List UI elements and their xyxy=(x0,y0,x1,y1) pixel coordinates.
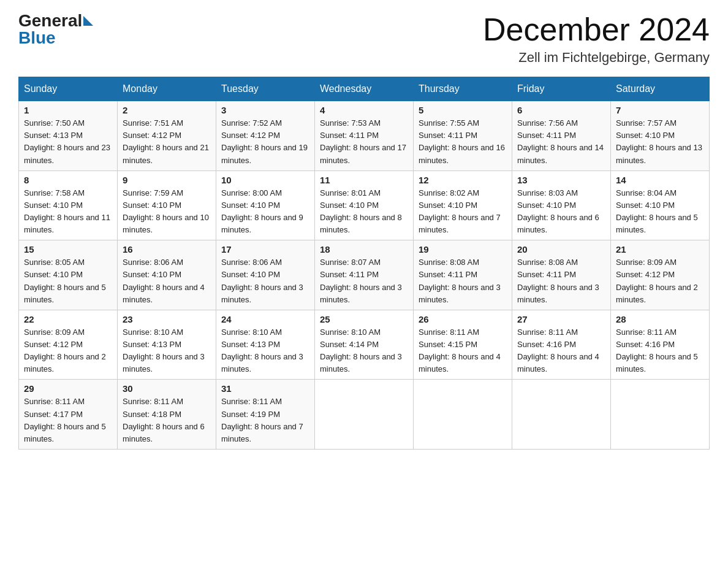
day-number: 27 xyxy=(517,314,605,324)
table-row: 21 Sunrise: 8:09 AMSunset: 4:12 PMDaylig… xyxy=(611,240,710,310)
day-number: 20 xyxy=(517,244,605,255)
day-number: 9 xyxy=(123,175,211,185)
day-number: 3 xyxy=(221,105,309,115)
calendar-week-row: 8 Sunrise: 7:58 AMSunset: 4:10 PMDayligh… xyxy=(19,170,710,240)
day-info: Sunrise: 7:59 AMSunset: 4:10 PMDaylight:… xyxy=(123,188,209,234)
day-number: 15 xyxy=(24,244,112,255)
col-wednesday: Wednesday xyxy=(315,77,414,101)
day-info: Sunrise: 8:09 AMSunset: 4:12 PMDaylight:… xyxy=(24,327,106,373)
day-info: Sunrise: 7:56 AMSunset: 4:11 PMDaylight:… xyxy=(517,118,604,164)
day-info: Sunrise: 8:08 AMSunset: 4:11 PMDaylight:… xyxy=(517,258,599,304)
day-info: Sunrise: 8:06 AMSunset: 4:10 PMDaylight:… xyxy=(221,258,303,304)
table-row: 1 Sunrise: 7:50 AMSunset: 4:13 PMDayligh… xyxy=(19,101,118,171)
table-row: 22 Sunrise: 8:09 AMSunset: 4:12 PMDaylig… xyxy=(19,310,118,380)
day-number: 10 xyxy=(221,175,309,185)
day-info: Sunrise: 8:11 AMSunset: 4:18 PMDaylight:… xyxy=(123,397,205,443)
table-row: 15 Sunrise: 8:05 AMSunset: 4:10 PMDaylig… xyxy=(19,240,118,310)
logo-blue-text: Blue xyxy=(18,28,56,48)
location-title: Zell im Fichtelgebirge, Germany xyxy=(483,50,710,66)
day-number: 8 xyxy=(24,175,112,185)
day-number: 19 xyxy=(419,244,507,255)
table-row: 26 Sunrise: 8:11 AMSunset: 4:15 PMDaylig… xyxy=(414,310,512,380)
table-row: 6 Sunrise: 7:56 AMSunset: 4:11 PMDayligh… xyxy=(512,101,611,171)
day-number: 13 xyxy=(517,175,605,185)
day-info: Sunrise: 7:52 AMSunset: 4:12 PMDaylight:… xyxy=(221,118,308,164)
col-monday: Monday xyxy=(118,77,216,101)
month-title: December 2024 xyxy=(483,12,710,47)
day-info: Sunrise: 8:05 AMSunset: 4:10 PMDaylight:… xyxy=(24,258,106,304)
day-info: Sunrise: 7:51 AMSunset: 4:12 PMDaylight:… xyxy=(123,118,209,164)
table-row: 10 Sunrise: 8:00 AMSunset: 4:10 PMDaylig… xyxy=(216,170,315,240)
day-info: Sunrise: 8:10 AMSunset: 4:13 PMDaylight:… xyxy=(123,327,205,373)
col-thursday: Thursday xyxy=(414,77,512,101)
day-number: 31 xyxy=(221,383,309,394)
day-info: Sunrise: 8:10 AMSunset: 4:13 PMDaylight:… xyxy=(221,327,303,373)
calendar-table: Sunday Monday Tuesday Wednesday Thursday… xyxy=(18,77,710,450)
table-row: 20 Sunrise: 8:08 AMSunset: 4:11 PMDaylig… xyxy=(512,240,611,310)
table-row: 29 Sunrise: 8:11 AMSunset: 4:17 PMDaylig… xyxy=(19,380,118,450)
table-row xyxy=(315,380,414,450)
day-number: 17 xyxy=(221,244,309,255)
day-number: 6 xyxy=(517,105,605,115)
table-row: 14 Sunrise: 8:04 AMSunset: 4:10 PMDaylig… xyxy=(611,170,710,240)
day-info: Sunrise: 8:00 AMSunset: 4:10 PMDaylight:… xyxy=(221,188,303,234)
col-tuesday: Tuesday xyxy=(216,77,315,101)
day-info: Sunrise: 8:11 AMSunset: 4:16 PMDaylight:… xyxy=(517,327,599,373)
table-row: 13 Sunrise: 8:03 AMSunset: 4:10 PMDaylig… xyxy=(512,170,611,240)
table-row: 16 Sunrise: 8:06 AMSunset: 4:10 PMDaylig… xyxy=(118,240,216,310)
day-number: 28 xyxy=(616,314,704,324)
calendar-week-row: 1 Sunrise: 7:50 AMSunset: 4:13 PMDayligh… xyxy=(19,101,710,171)
calendar-week-row: 15 Sunrise: 8:05 AMSunset: 4:10 PMDaylig… xyxy=(19,240,710,310)
day-number: 4 xyxy=(320,105,408,115)
day-info: Sunrise: 8:11 AMSunset: 4:17 PMDaylight:… xyxy=(24,397,106,443)
table-row: 9 Sunrise: 7:59 AMSunset: 4:10 PMDayligh… xyxy=(118,170,216,240)
header: General Blue December 2024 Zell im Ficht… xyxy=(18,12,710,66)
day-info: Sunrise: 7:55 AMSunset: 4:11 PMDaylight:… xyxy=(419,118,505,164)
col-saturday: Saturday xyxy=(611,77,710,101)
table-row: 4 Sunrise: 7:53 AMSunset: 4:11 PMDayligh… xyxy=(315,101,414,171)
day-number: 23 xyxy=(123,314,211,324)
day-info: Sunrise: 8:02 AMSunset: 4:10 PMDaylight:… xyxy=(419,188,501,234)
table-row: 17 Sunrise: 8:06 AMSunset: 4:10 PMDaylig… xyxy=(216,240,315,310)
day-info: Sunrise: 8:06 AMSunset: 4:10 PMDaylight:… xyxy=(123,258,205,304)
day-number: 16 xyxy=(123,244,211,255)
table-row: 30 Sunrise: 8:11 AMSunset: 4:18 PMDaylig… xyxy=(118,380,216,450)
table-row: 8 Sunrise: 7:58 AMSunset: 4:10 PMDayligh… xyxy=(19,170,118,240)
day-info: Sunrise: 8:11 AMSunset: 4:16 PMDaylight:… xyxy=(616,327,698,373)
day-number: 5 xyxy=(419,105,507,115)
col-friday: Friday xyxy=(512,77,611,101)
table-row: 18 Sunrise: 8:07 AMSunset: 4:11 PMDaylig… xyxy=(315,240,414,310)
day-info: Sunrise: 8:10 AMSunset: 4:14 PMDaylight:… xyxy=(320,327,402,373)
day-number: 12 xyxy=(419,175,507,185)
table-row: 11 Sunrise: 8:01 AMSunset: 4:10 PMDaylig… xyxy=(315,170,414,240)
day-number: 7 xyxy=(616,105,704,115)
logo: General Blue xyxy=(18,12,93,48)
table-row xyxy=(611,380,710,450)
day-info: Sunrise: 7:58 AMSunset: 4:10 PMDaylight:… xyxy=(24,188,110,234)
logo-arrow-icon xyxy=(83,16,93,26)
table-row xyxy=(512,380,611,450)
day-info: Sunrise: 8:01 AMSunset: 4:10 PMDaylight:… xyxy=(320,188,402,234)
table-row: 2 Sunrise: 7:51 AMSunset: 4:12 PMDayligh… xyxy=(118,101,216,171)
day-info: Sunrise: 7:57 AMSunset: 4:10 PMDaylight:… xyxy=(616,118,702,164)
table-row: 5 Sunrise: 7:55 AMSunset: 4:11 PMDayligh… xyxy=(414,101,512,171)
day-info: Sunrise: 8:03 AMSunset: 4:10 PMDaylight:… xyxy=(517,188,599,234)
day-info: Sunrise: 7:53 AMSunset: 4:11 PMDaylight:… xyxy=(320,118,406,164)
day-info: Sunrise: 7:50 AMSunset: 4:13 PMDaylight:… xyxy=(24,118,110,164)
table-row: 27 Sunrise: 8:11 AMSunset: 4:16 PMDaylig… xyxy=(512,310,611,380)
day-number: 1 xyxy=(24,105,112,115)
day-info: Sunrise: 8:04 AMSunset: 4:10 PMDaylight:… xyxy=(616,188,698,234)
day-number: 24 xyxy=(221,314,309,324)
day-number: 26 xyxy=(419,314,507,324)
table-row: 19 Sunrise: 8:08 AMSunset: 4:11 PMDaylig… xyxy=(414,240,512,310)
day-info: Sunrise: 8:08 AMSunset: 4:11 PMDaylight:… xyxy=(419,258,501,304)
col-sunday: Sunday xyxy=(19,77,118,101)
day-number: 11 xyxy=(320,175,408,185)
day-number: 14 xyxy=(616,175,704,185)
calendar-header-row: Sunday Monday Tuesday Wednesday Thursday… xyxy=(19,77,710,101)
day-number: 30 xyxy=(123,383,211,394)
day-number: 25 xyxy=(320,314,408,324)
day-number: 21 xyxy=(616,244,704,255)
day-info: Sunrise: 8:11 AMSunset: 4:19 PMDaylight:… xyxy=(221,397,303,443)
day-number: 2 xyxy=(123,105,211,115)
